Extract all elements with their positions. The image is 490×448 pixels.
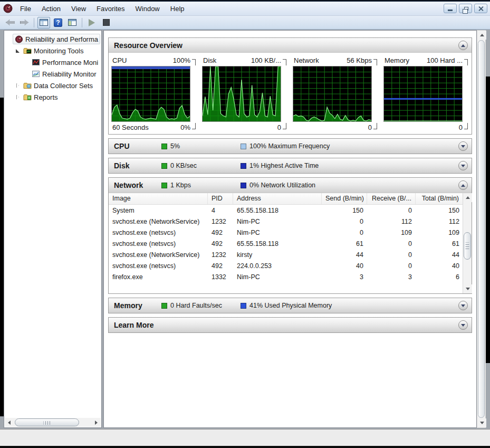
- table-cell: 4: [208, 207, 233, 214]
- graph-name: Disk: [203, 56, 251, 64]
- collapse-button[interactable]: [458, 41, 468, 50]
- restore-button[interactable]: [459, 4, 472, 13]
- network-table: ImagePIDAddressSend (B/min)Receive (B/..…: [109, 193, 472, 293]
- expander-spacer: [23, 60, 29, 65]
- graph-cpu-plot: [112, 66, 190, 121]
- graph-disk: Disk100 KB/...0: [202, 55, 293, 132]
- help-button[interactable]: ?: [52, 17, 64, 28]
- chevron-up-icon: [461, 184, 465, 187]
- close-button[interactable]: [474, 4, 487, 13]
- tree-node-label: Reliability Monitor: [42, 70, 97, 78]
- menu-item-action[interactable]: Action: [36, 3, 66, 15]
- table-cell: svchost.exe (netsvcs): [109, 229, 208, 236]
- section-learn-more-header[interactable]: Learn More: [109, 318, 472, 332]
- stop-button[interactable]: [100, 17, 112, 28]
- details-vertical-scrollbar[interactable]: [477, 30, 486, 428]
- graph-name: CPU: [112, 56, 173, 64]
- column-header-total-b-min-[interactable]: Total (B/min): [416, 193, 463, 204]
- new-window-button[interactable]: [66, 17, 79, 28]
- scroll-down-button[interactable]: [463, 284, 472, 293]
- menu-item-favorites[interactable]: Favorites: [91, 3, 130, 15]
- graph-bottom-row: 0: [293, 122, 377, 132]
- vertical-scroll-thumb[interactable]: [464, 232, 471, 260]
- menu-item-file[interactable]: File: [15, 3, 36, 15]
- section-memory-header[interactable]: Memory0 Hard Faults/sec41% Used Physical…: [109, 298, 472, 313]
- scroll-down-button[interactable]: [477, 418, 486, 427]
- close-icon: [478, 6, 484, 12]
- collapse-button[interactable]: [458, 161, 468, 170]
- section-network-header[interactable]: Network1 Kbps0% Network Utilization: [109, 178, 472, 193]
- table-row[interactable]: svchost.exe (netsvcs)49265.55.158.118610…: [109, 238, 472, 249]
- table-cell: 44: [416, 251, 463, 259]
- tree-horizontal-scrollbar[interactable]: [5, 418, 101, 427]
- graph-zero-label: 0: [368, 123, 372, 131]
- collapse-button[interactable]: [458, 180, 468, 190]
- tree-expander-icon[interactable]: [15, 48, 21, 54]
- table-cell: 6: [416, 273, 463, 281]
- start-button[interactable]: [85, 17, 98, 28]
- table-cell: 3: [322, 273, 367, 281]
- tree-node: Data Collector Sets: [21, 80, 95, 91]
- chevron-down-icon: [461, 145, 465, 148]
- table-row[interactable]: System465.55.158.1181500150: [109, 205, 472, 216]
- chevron-down-icon: [461, 304, 465, 307]
- show-console-tree-button[interactable]: [37, 17, 50, 28]
- column-header-pid[interactable]: PID: [208, 193, 233, 204]
- section-cpu: CPU5%100% Maximum Frequency: [108, 138, 472, 154]
- column-header-address[interactable]: Address: [233, 193, 322, 204]
- column-header-send-b-min-[interactable]: Send (B/min): [322, 193, 367, 204]
- sidebar-item-monitoring-tools[interactable]: Monitoring Tools: [4, 45, 101, 56]
- table-cell: 1232: [208, 218, 233, 225]
- scale-bracket: [373, 59, 377, 65]
- resource-overview-section: Resource OverviewCPU100%60 Seconds0%Disk…: [108, 37, 472, 135]
- new-window-icon: [68, 19, 76, 26]
- forward-button[interactable]: [18, 17, 31, 28]
- tree-expander-icon[interactable]: [15, 94, 21, 100]
- back-button[interactable]: [4, 17, 16, 28]
- vertical-scroll-thumb[interactable]: [478, 40, 485, 418]
- table-cell: 0: [367, 251, 416, 259]
- folder-reports-icon: [23, 93, 32, 101]
- table-row[interactable]: svchost.exe (netsvcs)492Nim-PC0109109: [109, 227, 472, 238]
- table-row[interactable]: firefox.exe1332Nim-PC336: [109, 271, 472, 282]
- table-row[interactable]: svchost.exe (NetworkService)1232Nim-PC01…: [109, 216, 472, 227]
- blue-stat: 100% Maximum Frequency: [241, 142, 330, 150]
- table-cell: Nim-PC: [233, 218, 322, 225]
- menu-item-help[interactable]: Help: [165, 3, 190, 15]
- collapse-button[interactable]: [458, 141, 468, 151]
- blue-stat-label: 41% Used Physical Memory: [249, 302, 332, 309]
- sidebar-item-data-collector-sets[interactable]: Data Collector Sets: [4, 80, 101, 91]
- table-row[interactable]: svchost.exe (netsvcs)492224.0.0.25340040: [109, 260, 472, 271]
- column-header-receive-b-[interactable]: Receive (B/...: [367, 193, 416, 204]
- table-row[interactable]: svchost.exe (NetworkService)1232kirsty44…: [109, 249, 472, 260]
- table-vertical-scrollbar[interactable]: [463, 193, 472, 293]
- sidebar-item-reports[interactable]: Reports: [4, 91, 101, 103]
- scroll-right-button[interactable]: [92, 418, 101, 427]
- collapse-button[interactable]: [458, 320, 468, 330]
- section-disk-header[interactable]: Disk0 KB/sec1% Highest Active Time: [109, 158, 472, 173]
- sidebar-item-reliability-and-performa[interactable]: Reliability and Performa: [4, 33, 101, 45]
- scroll-left-button[interactable]: [5, 418, 14, 427]
- section-cpu-header[interactable]: CPU5%100% Maximum Frequency: [109, 139, 472, 154]
- scroll-up-button[interactable]: [463, 193, 472, 202]
- horizontal-scroll-thumb[interactable]: [15, 418, 79, 426]
- sidebar-item-performance-moni[interactable]: Performance Moni: [4, 56, 101, 68]
- table-cell: 492: [208, 229, 233, 236]
- menu-item-window[interactable]: Window: [130, 3, 165, 15]
- collapse-button[interactable]: [458, 301, 468, 310]
- blue-stat: 41% Used Physical Memory: [241, 302, 332, 309]
- graph-zero-label: 0: [277, 123, 281, 131]
- column-header-image[interactable]: Image: [109, 193, 208, 204]
- sidebar-item-reliability-monitor[interactable]: Reliability Monitor: [4, 68, 101, 80]
- minimize-button[interactable]: [444, 4, 457, 13]
- table-cell: 109: [416, 229, 463, 236]
- minimize-icon: [448, 9, 453, 11]
- console-gauge-icon: [15, 35, 23, 43]
- tree-expander-icon[interactable]: [15, 83, 21, 89]
- back-arrow-icon: [6, 20, 15, 25]
- graph-plot-area: [202, 66, 281, 122]
- main-area: Reliability and PerformaMonitoring Tools…: [0, 30, 490, 429]
- menu-item-view[interactable]: View: [66, 3, 91, 15]
- scroll-up-button[interactable]: [477, 31, 486, 40]
- resource-overview-header[interactable]: Resource Overview: [109, 38, 472, 53]
